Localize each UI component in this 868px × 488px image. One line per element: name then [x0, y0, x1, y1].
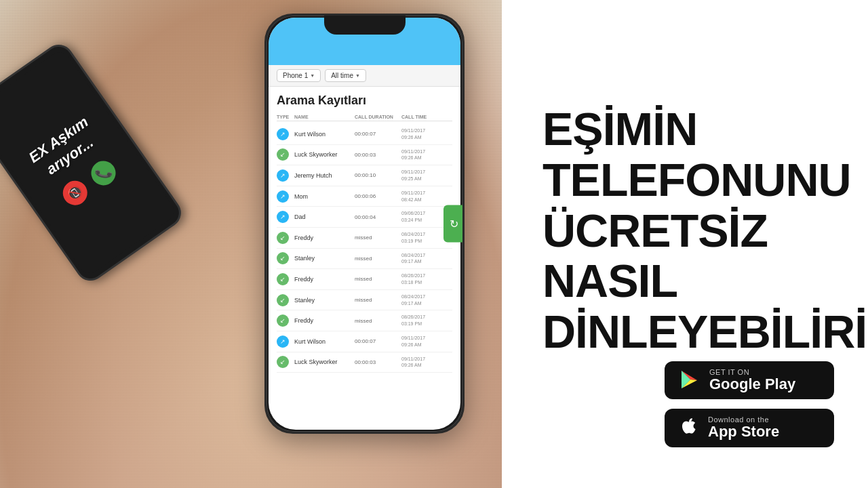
- phone-screen: Phone 1 All time Arama Kayıtları TYPE NA…: [269, 18, 460, 430]
- call-duration-value: 00:00:10: [355, 172, 399, 178]
- call-contact-name: Stanley: [294, 255, 352, 262]
- call-time-value: 09/06/201703:24 PM: [401, 210, 442, 224]
- headline-line4: NASIL: [542, 256, 868, 306]
- col-type: TYPE: [277, 115, 292, 119]
- call-contact-name: Luck Skyworker: [294, 359, 352, 365]
- google-play-icon: [678, 369, 700, 391]
- call-contact-name: Stanley: [294, 297, 352, 304]
- table-row: ↙Freddymissed08/24/201703:19 PM: [277, 228, 452, 249]
- phone-mockup: Phone 1 All time Arama Kayıtları TYPE NA…: [264, 14, 465, 434]
- table-row: ↙Stanleymissed08/24/201709:17 AM: [277, 290, 452, 311]
- call-duration-value: 00:00:07: [355, 131, 399, 137]
- headline-line1: EŞİMİN: [542, 104, 868, 155]
- call-log-title: Arama Kayıtları: [277, 94, 452, 108]
- app-store-main: App Store: [708, 424, 779, 440]
- call-rows-container: ↗Kurt Wilson00:00:0709/11/201709:26 AM↙L…: [277, 124, 452, 373]
- app-store-button[interactable]: Download on the App Store: [665, 409, 834, 447]
- call-time-value: 09/11/201709:26 AM: [401, 356, 442, 369]
- call-time-value: 09/11/201709:25 AM: [401, 169, 442, 182]
- headline-line5: DİNLEYEBİLİRİM?: [542, 306, 868, 357]
- call-time-value: 08/26/201703:18 PM: [401, 272, 442, 286]
- store-buttons: GET IT ON Google Play Download on the Ap…: [665, 361, 834, 447]
- outgoing-call-icon: ↗: [277, 128, 289, 140]
- outgoing-call-icon: ↗: [277, 211, 289, 223]
- call-time-value: 08/26/201703:19 PM: [401, 314, 442, 327]
- main-headline: EŞİMİN TELEFONUNU ÜCRETSİZ NASIL DİNLEYE…: [542, 104, 868, 357]
- col-time: CALL TIME: [401, 115, 442, 119]
- incoming-call-icon: ↙: [277, 232, 289, 244]
- incoming-call-icon: ↙: [277, 294, 289, 306]
- table-row: ↙Luck Skyworker00:00:0309/11/201709:26 A…: [277, 145, 452, 166]
- table-row: ↗Kurt Wilson00:00:0709/11/201709:26 AM: [277, 331, 452, 352]
- phone-filter[interactable]: Phone 1: [277, 69, 321, 82]
- accept-icon: 📞: [86, 156, 120, 190]
- outgoing-call-icon: ↗: [277, 169, 289, 182]
- table-row: ↙Stanleymissed08/24/201709:17 AM: [277, 249, 452, 270]
- call-time-value: 08/24/201709:17 AM: [401, 252, 442, 266]
- call-duration-value: 00:00:06: [355, 193, 399, 199]
- call-duration-value: missed: [355, 318, 399, 324]
- incoming-call-icon: ↙: [277, 252, 289, 264]
- google-play-sub: GET IT ON: [709, 368, 795, 376]
- filter-bar: Phone 1 All time: [269, 65, 460, 87]
- phone-notch: [324, 16, 406, 35]
- google-play-text: GET IT ON Google Play: [709, 368, 795, 392]
- decline-icon: 📵: [58, 176, 92, 210]
- call-time-value: 09/11/201708:42 AM: [401, 190, 442, 203]
- app-store-text: Download on the App Store: [708, 415, 779, 440]
- refresh-button[interactable]: ↻: [443, 205, 464, 243]
- outgoing-call-icon: ↗: [277, 190, 289, 203]
- incoming-call-icon: ↙: [277, 148, 289, 161]
- headline-line3: ÜCRETSİZ: [542, 205, 868, 256]
- call-contact-name: Kurt Wilson: [294, 338, 352, 345]
- call-time-value: 09/11/201709:26 AM: [401, 148, 442, 162]
- call-contact-name: Freddy: [294, 235, 352, 241]
- google-play-main: Google Play: [709, 376, 795, 392]
- call-time-value: 08/24/201709:17 AM: [401, 293, 442, 307]
- col-name: NAME: [294, 115, 352, 119]
- table-row: ↙Freddymissed08/26/201703:19 PM: [277, 310, 452, 331]
- headline-line2: TELEFONUNU: [542, 155, 868, 205]
- call-time-value: 09/11/201709:26 AM: [401, 335, 442, 348]
- col-duration: CALL DURATION: [355, 115, 399, 119]
- table-row: ↗Kurt Wilson00:00:0709/11/201709:26 AM: [277, 124, 452, 145]
- call-duration-value: 00:00:07: [355, 338, 399, 344]
- call-duration-value: missed: [355, 276, 399, 282]
- incoming-call-icon: ↙: [277, 314, 289, 327]
- call-contact-name: Dad: [294, 214, 352, 220]
- call-duration-value: 00:00:03: [355, 359, 399, 365]
- table-row: ↙Luck Skyworker00:00:0309/11/201709:26 A…: [277, 352, 452, 373]
- time-filter[interactable]: All time: [325, 69, 366, 82]
- outgoing-call-icon: ↗: [277, 336, 289, 348]
- call-time-value: 08/24/201703:19 PM: [401, 231, 442, 245]
- call-log-content: Arama Kayıtları TYPE NAME CALL DURATION …: [269, 87, 460, 380]
- incoming-call-icon: ↙: [277, 356, 289, 368]
- call-contact-name: Mom: [294, 193, 352, 200]
- call-duration-value: 00:00:04: [355, 214, 399, 220]
- call-duration-value: 00:00:03: [355, 152, 399, 158]
- table-row: ↗Dad00:00:0409/06/201703:24 PM: [277, 207, 452, 228]
- table-row: ↙Freddymissed08/26/201703:18 PM: [277, 269, 452, 290]
- google-play-button[interactable]: GET IT ON Google Play: [665, 361, 834, 399]
- call-contact-name: Jeremy Hutch: [294, 172, 352, 179]
- table-row: ↗Jeremy Hutch00:00:1009/11/201709:25 AM: [277, 165, 452, 186]
- call-log-header: TYPE NAME CALL DURATION CALL TIME: [277, 113, 452, 121]
- apple-icon: [678, 415, 698, 441]
- call-contact-name: Freddy: [294, 317, 352, 324]
- call-duration-value: missed: [355, 297, 399, 303]
- call-contact-name: Kurt Wilson: [294, 131, 352, 138]
- table-row: ↗Mom00:00:0609/11/201708:42 AM: [277, 186, 452, 207]
- call-duration-value: missed: [355, 235, 399, 241]
- call-contact-name: Freddy: [294, 276, 352, 283]
- incoming-call-icon: ↙: [277, 273, 289, 285]
- call-time-value: 09/11/201709:26 AM: [401, 127, 442, 141]
- call-contact-name: Luck Skyworker: [294, 151, 352, 158]
- call-duration-value: missed: [355, 256, 399, 262]
